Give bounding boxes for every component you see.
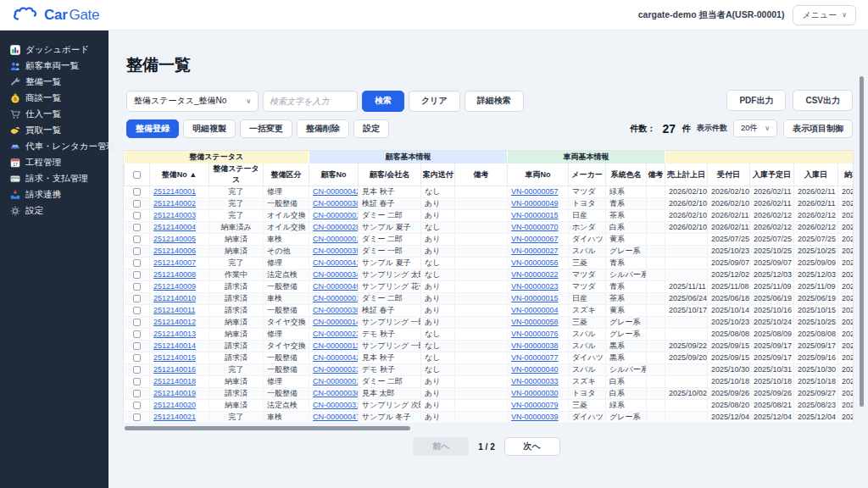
sidebar-item-8[interactable]: 17工程管理 — [10, 154, 108, 170]
horizontal-scrollbar[interactable] — [125, 426, 850, 431]
customer-no-link[interactable]: CN-00000047 — [313, 413, 359, 421]
customer-no-link[interactable]: CN-00000030 — [313, 199, 359, 208]
maintenance-no-link[interactable]: 2512140011 — [153, 306, 195, 314]
delete-maintenance-button[interactable]: 整備削除 — [297, 119, 349, 138]
row-checkbox[interactable] — [133, 200, 141, 208]
sidebar-item-4[interactable]: $商談一覧 — [10, 90, 108, 106]
maintenance-no-link[interactable]: 2512140001 — [153, 187, 196, 196]
row-checkbox[interactable] — [133, 413, 141, 421]
sidebar-item-7[interactable]: 代車・レンタカー管理 — [10, 138, 108, 154]
row-checkbox[interactable] — [133, 390, 141, 397]
search-button[interactable]: 検索 — [362, 91, 404, 112]
maintenance-no-link[interactable]: 2512140007 — [153, 258, 196, 267]
row-checkbox[interactable] — [133, 271, 141, 279]
customer-no-link[interactable]: CN-00000001 — [313, 294, 359, 302]
vehicle-no-link[interactable]: VN-00000038 — [511, 341, 559, 350]
vehicle-no-link[interactable]: VN-00000077 — [511, 353, 559, 362]
customer-no-link[interactable]: CN-00000041 — [313, 258, 359, 267]
maintenance-no-link[interactable]: 2512140016 — [153, 365, 196, 374]
row-checkbox[interactable] — [133, 319, 141, 326]
row-checkbox[interactable] — [133, 283, 141, 291]
maintenance-no-link[interactable]: 2512140012 — [153, 318, 196, 326]
row-checkbox[interactable] — [133, 236, 141, 243]
sidebar-item-6[interactable]: 買取一覧 — [10, 122, 108, 138]
customer-no-link[interactable]: CN-00000028 — [313, 223, 359, 231]
vehicle-no-link[interactable]: VN-00000049 — [511, 199, 559, 208]
customer-no-link[interactable]: CN-00000023 — [313, 330, 359, 338]
vehicle-no-link[interactable]: VN-00000023 — [511, 282, 559, 291]
customer-no-link[interactable]: CN-00000014 — [313, 318, 359, 326]
select-all-checkbox[interactable] — [133, 171, 141, 179]
sidebar-item-10[interactable]: 請求連携 — [10, 186, 108, 202]
row-checkbox[interactable] — [133, 224, 141, 231]
customer-no-link[interactable]: CN-00000042 — [313, 187, 359, 196]
maintenance-no-link[interactable]: 2512140003 — [153, 211, 196, 219]
maintenance-no-link[interactable]: 2512140015 — [153, 353, 196, 362]
vehicle-no-link[interactable]: VN-00000022 — [511, 270, 559, 279]
customer-no-link[interactable]: CN-00000030 — [313, 306, 359, 314]
maintenance-no-link[interactable]: 2512140004 — [153, 223, 196, 231]
vehicle-no-link[interactable]: VN-00000033 — [511, 377, 559, 385]
vehicle-no-link[interactable]: VN-00000057 — [511, 187, 559, 196]
row-checkbox[interactable] — [133, 188, 141, 196]
customer-no-link[interactable]: CN-00000023 — [313, 365, 359, 374]
sidebar-item-11[interactable]: 設定 — [10, 202, 108, 219]
maintenance-no-link[interactable]: 2512140018 — [153, 377, 196, 385]
row-checkbox[interactable] — [133, 402, 141, 409]
table-settings-button[interactable]: 設定 — [353, 119, 389, 138]
vehicle-no-link[interactable]: VN-00000030 — [511, 389, 559, 397]
row-checkbox[interactable] — [133, 342, 141, 350]
row-checkbox[interactable] — [133, 247, 141, 255]
vehicle-no-link[interactable]: VN-00000004 — [511, 306, 559, 314]
row-checkbox[interactable] — [133, 259, 141, 267]
customer-no-link[interactable]: CN-00000034 — [313, 270, 359, 279]
vertical-scrollbar-thumb[interactable] — [860, 76, 864, 407]
csv-export-button[interactable]: CSV出力 — [793, 90, 853, 111]
vehicle-no-link[interactable]: VN-00000015 — [511, 294, 559, 302]
customer-no-link[interactable]: CN-00000039 — [313, 247, 359, 255]
maintenance-no-link[interactable]: 2512140010 — [153, 294, 196, 302]
per-page-select[interactable]: 20件 ∨ — [733, 119, 777, 137]
vehicle-no-link[interactable]: VN-00000027 — [511, 247, 559, 255]
maintenance-no-link[interactable]: 2512140005 — [153, 235, 196, 243]
search-input[interactable] — [263, 91, 358, 112]
customer-no-link[interactable]: CN-00000001 — [313, 235, 359, 243]
sidebar-item-9[interactable]: 請求・支払管理 — [10, 170, 108, 186]
horizontal-scrollbar-thumb[interactable] — [125, 426, 410, 430]
maintenance-no-link[interactable]: 2512140019 — [153, 389, 196, 397]
customer-no-link[interactable]: CN-00000001 — [313, 211, 359, 219]
menu-button[interactable]: メニュー ∨ — [793, 5, 856, 25]
row-checkbox[interactable] — [133, 307, 141, 314]
vehicle-no-link[interactable]: VN-00000015 — [511, 211, 559, 219]
pdf-export-button[interactable]: PDF出力 — [726, 90, 786, 111]
maintenance-no-link[interactable]: 2512140020 — [153, 401, 196, 409]
customer-no-link[interactable]: CN-00000031 — [313, 401, 359, 409]
search-field-select[interactable]: 整備ステータス_整備No ∨ — [126, 91, 259, 112]
register-maintenance-button[interactable]: 整備登録 — [126, 119, 179, 138]
row-checkbox[interactable] — [133, 366, 141, 374]
duplicate-detail-button[interactable]: 明細複製 — [183, 119, 236, 138]
advanced-search-button[interactable]: 詳細検索 — [465, 91, 524, 112]
row-checkbox[interactable] — [133, 212, 141, 219]
bulk-change-button[interactable]: 一括変更 — [240, 119, 292, 138]
customer-no-link[interactable]: CN-00000042 — [313, 353, 359, 362]
column-header[interactable]: 整備No ▲ — [150, 164, 209, 186]
vehicle-no-link[interactable]: VN-00000076 — [511, 330, 559, 338]
customer-no-link[interactable]: CN-00000036 — [313, 389, 359, 397]
customer-no-link[interactable]: CN-00000011 — [313, 341, 359, 350]
maintenance-no-link[interactable]: 2512140008 — [153, 270, 196, 279]
sidebar-item-1[interactable]: ダッシュボード — [10, 42, 108, 58]
vehicle-no-link[interactable]: VN-00000039 — [511, 413, 559, 421]
maintenance-no-link[interactable]: 2512140009 — [153, 282, 196, 291]
row-checkbox[interactable] — [133, 295, 141, 302]
row-checkbox[interactable] — [133, 354, 141, 362]
sidebar-item-2[interactable]: 顧客車両一覧 — [10, 58, 108, 74]
row-checkbox[interactable] — [133, 378, 141, 385]
sidebar-item-3[interactable]: 整備一覧 — [10, 74, 108, 90]
next-page-button[interactable]: 次へ — [504, 437, 560, 456]
sidebar-item-5[interactable]: 仕入一覧 — [10, 106, 108, 122]
maintenance-no-link[interactable]: 2512140002 — [153, 199, 196, 208]
vehicle-no-link[interactable]: VN-00000067 — [511, 235, 559, 243]
vehicle-no-link[interactable]: VN-00000040 — [511, 365, 559, 374]
column-control-button[interactable]: 表示項目制御 — [783, 119, 853, 138]
